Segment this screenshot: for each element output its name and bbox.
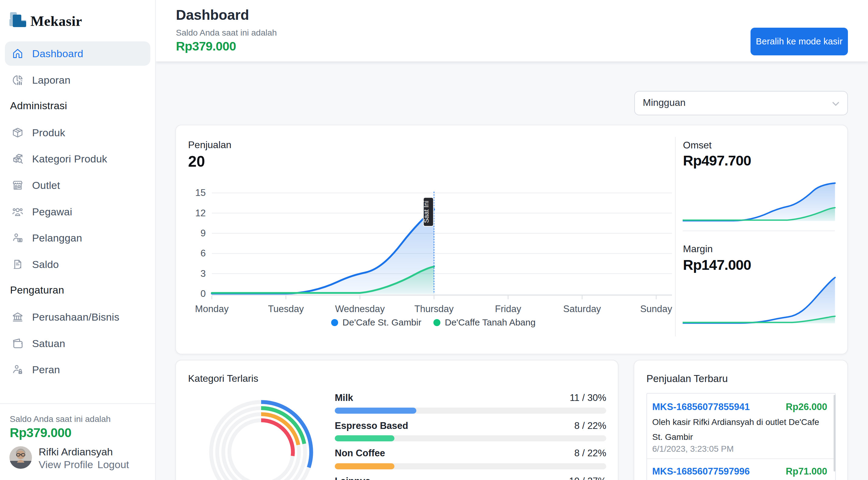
svg-text:Thursday: Thursday	[414, 303, 454, 314]
svg-text:Wednesday: Wednesday	[335, 303, 385, 314]
svg-text:15: 15	[195, 187, 206, 198]
svg-text:Tuesday: Tuesday	[268, 303, 304, 314]
svg-text:3: 3	[200, 268, 206, 279]
svg-text:Monday: Monday	[195, 303, 229, 314]
svg-text:Saturday: Saturday	[563, 303, 601, 314]
svg-text:Friday: Friday	[495, 303, 521, 314]
svg-text:6: 6	[200, 248, 206, 259]
svg-text:9: 9	[200, 228, 206, 238]
svg-text:Sunday: Sunday	[640, 303, 672, 314]
svg-text:0: 0	[200, 288, 206, 299]
svg-text:12: 12	[195, 208, 206, 218]
svg-text:Saat Ini: Saat Ini	[423, 201, 430, 223]
